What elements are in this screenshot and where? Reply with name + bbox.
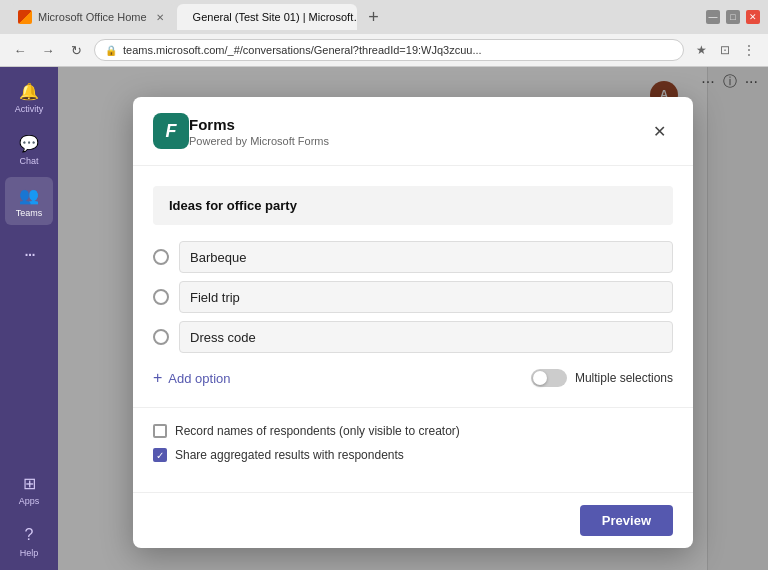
sidebar-item-more[interactable]: ··· [5, 229, 53, 277]
tab-teams[interactable]: General (Test Site 01) | Microsoft… ✕ [177, 4, 357, 30]
add-option-row: + Add option Multiple selections [153, 369, 673, 387]
browser-chrome: Microsoft Office Home ✕ General (Test Si… [0, 0, 768, 67]
checkbox-share-results[interactable]: ✓ [153, 448, 167, 462]
option-item-2: Field trip [153, 281, 673, 313]
bookmark-icon[interactable]: ★ [692, 41, 710, 59]
poll-question-text: Ideas for office party [169, 198, 657, 213]
teams-sidebar: 🔔 Activity 💬 Chat 👥 Teams ··· ⊞ Apps ? H… [0, 67, 58, 570]
option-text-barbeque: Barbeque [179, 241, 673, 273]
sidebar-item-teams[interactable]: 👥 Teams [5, 177, 53, 225]
checkbox-record-names[interactable] [153, 424, 167, 438]
teams-bg: ··· ⓘ ··· A F Forms Powered by Microsoft [58, 67, 768, 570]
help-icon: ? [18, 524, 40, 546]
sidebar-label-activity: Activity [15, 104, 44, 114]
modal-subtitle: Powered by Microsoft Forms [189, 135, 645, 147]
new-tab-button[interactable]: + [361, 4, 387, 30]
url-text: teams.microsoft.com/_#/conversations/Gen… [123, 44, 482, 56]
app-container: 🔔 Activity 💬 Chat 👥 Teams ··· ⊞ Apps ? H… [0, 67, 768, 570]
checkbox-record-names-label: Record names of respondents (only visibl… [175, 424, 460, 438]
radio-dress-code[interactable] [153, 329, 169, 345]
activity-icon: 🔔 [18, 80, 40, 102]
modal-header: F Forms Powered by Microsoft Forms ✕ [133, 97, 693, 166]
multiple-selections-row: Multiple selections [531, 369, 673, 387]
option-text-field-trip: Field trip [179, 281, 673, 313]
tab-office-label: Microsoft Office Home [38, 11, 147, 23]
tab-icon-btn[interactable]: ⊡ [716, 41, 734, 59]
sidebar-label-apps: Apps [19, 496, 40, 506]
forms-modal: F Forms Powered by Microsoft Forms ✕ Ide… [133, 97, 693, 548]
checkbox-row-1: Record names of respondents (only visibl… [153, 424, 673, 438]
modal-close-button[interactable]: ✕ [645, 117, 673, 145]
more-icon: ··· [18, 242, 40, 264]
toggle-thumb [533, 371, 547, 385]
modal-divider [133, 407, 693, 408]
office-favicon [18, 10, 32, 24]
checkbox-share-results-label: Share aggregated results with respondent… [175, 448, 404, 462]
sidebar-item-chat[interactable]: 💬 Chat [5, 125, 53, 173]
back-button[interactable]: ← [10, 40, 30, 60]
modal-title-group: Forms Powered by Microsoft Forms [189, 116, 645, 147]
preview-button[interactable]: Preview [580, 505, 673, 536]
sidebar-label-chat: Chat [19, 156, 38, 166]
sidebar-item-activity[interactable]: 🔔 Activity [5, 73, 53, 121]
url-input[interactable]: 🔒 teams.microsoft.com/_#/conversations/G… [94, 39, 684, 61]
modal-overlay: F Forms Powered by Microsoft Forms ✕ Ide… [58, 67, 768, 570]
option-item-3: Dress code [153, 321, 673, 353]
window-controls: — □ ✕ [706, 10, 760, 24]
option-item-1: Barbeque [153, 241, 673, 273]
sidebar-label-help: Help [20, 548, 39, 558]
add-option-plus-icon: + [153, 369, 162, 387]
sidebar-item-apps[interactable]: ⊞ Apps [5, 465, 53, 513]
radio-barbeque[interactable] [153, 249, 169, 265]
refresh-button[interactable]: ↻ [66, 40, 86, 60]
sidebar-label-teams: Teams [16, 208, 43, 218]
option-text-dress-code: Dress code [179, 321, 673, 353]
lock-icon: 🔒 [105, 45, 117, 56]
add-option-label: Add option [168, 371, 230, 386]
tab-teams-label: General (Test Site 01) | Microsoft… [193, 11, 357, 23]
checkbox-row-2: ✓ Share aggregated results with responde… [153, 448, 673, 462]
tab-bar: Microsoft Office Home ✕ General (Test Si… [0, 0, 768, 34]
modal-body: Ideas for office party Barbeque [133, 166, 693, 492]
main-content: ··· ⓘ ··· A F Forms Powered by Microsoft [58, 67, 768, 570]
radio-field-trip[interactable] [153, 289, 169, 305]
add-option-button[interactable]: + Add option [153, 369, 231, 387]
address-bar: ← → ↻ 🔒 teams.microsoft.com/_#/conversat… [0, 34, 768, 66]
window-minimize[interactable]: — [706, 10, 720, 24]
poll-question-box: Ideas for office party [153, 186, 673, 225]
chat-icon: 💬 [18, 132, 40, 154]
multiple-selections-toggle[interactable] [531, 369, 567, 387]
sidebar-item-help[interactable]: ? Help [5, 517, 53, 565]
multiple-selections-label: Multiple selections [575, 371, 673, 385]
window-close[interactable]: ✕ [746, 10, 760, 24]
options-list: Barbeque Field trip [153, 241, 673, 353]
apps-icon: ⊞ [18, 472, 40, 494]
modal-footer: Preview [133, 492, 693, 548]
tab-office[interactable]: Microsoft Office Home ✕ [8, 4, 177, 30]
menu-icon[interactable]: ⋮ [740, 41, 758, 59]
modal-title: Forms [189, 116, 645, 133]
tab-office-close[interactable]: ✕ [153, 10, 167, 24]
forms-logo: F [153, 113, 189, 149]
url-actions: ★ ⊡ ⋮ [692, 41, 758, 59]
teams-icon: 👥 [18, 184, 40, 206]
window-maximize[interactable]: □ [726, 10, 740, 24]
forward-button[interactable]: → [38, 40, 58, 60]
